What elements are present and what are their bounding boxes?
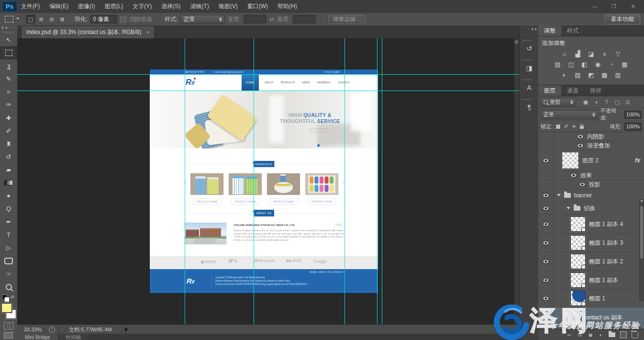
visibility-eye-icon[interactable] xyxy=(570,173,577,178)
color-balance-icon[interactable]: ◫ xyxy=(566,60,576,68)
filter-adjustment-layers-icon[interactable]: ◑ xyxy=(592,99,600,105)
menu-select[interactable]: 选择(S) xyxy=(161,2,180,11)
eyedropper-tool[interactable]: ✑ xyxy=(0,98,17,111)
guide-line[interactable] xyxy=(377,38,378,324)
menu-edit[interactable]: 编辑(E) xyxy=(49,2,68,11)
curves-icon[interactable]: ◪ xyxy=(587,50,596,57)
menu-filter[interactable]: 滤镜(T) xyxy=(190,2,209,11)
brightness-contrast-icon[interactable]: ☼ xyxy=(560,50,569,57)
close-tab-icon[interactable]: × xyxy=(146,29,149,36)
guide-line[interactable] xyxy=(17,91,519,91)
visibility-eye-icon[interactable] xyxy=(579,182,586,187)
filter-shape-layers-icon[interactable]: ▢ xyxy=(613,99,621,105)
tab-adjustments[interactable]: 调整 xyxy=(538,25,561,36)
lock-all-icon[interactable] xyxy=(580,126,584,129)
screen-mode-button[interactable] xyxy=(4,332,13,339)
layer-row[interactable]: 椭圆 1 副本 4 xyxy=(538,215,644,234)
blend-mode-select[interactable]: 正常 xyxy=(541,110,598,119)
width-input[interactable] xyxy=(244,15,266,23)
restore-button[interactable]: ❐ xyxy=(608,3,620,10)
menu-view[interactable]: 视图(V) xyxy=(219,2,238,11)
posterize-icon[interactable]: ▨ xyxy=(573,71,583,79)
expand-triangle-icon[interactable] xyxy=(557,194,561,198)
menu-layer[interactable]: 图层(L) xyxy=(105,2,123,11)
shape-layer-thumbnail[interactable] xyxy=(570,216,586,232)
tab-mini-bridge[interactable]: Mini Bridge xyxy=(17,334,58,340)
brush-tool[interactable]: ✐ xyxy=(0,125,17,137)
vibrance-icon[interactable]: ▽ xyxy=(613,50,623,57)
visibility-eye-icon[interactable] xyxy=(543,158,549,163)
visibility-eye-icon[interactable] xyxy=(577,143,584,148)
visibility-eye-icon[interactable] xyxy=(577,134,584,139)
layer-effects-header[interactable]: 效果 xyxy=(538,171,644,180)
rectangular-marquee-tool[interactable] xyxy=(0,46,17,59)
guide-line[interactable] xyxy=(17,74,519,75)
healing-brush-tool[interactable]: ✚ xyxy=(0,111,17,125)
height-input[interactable] xyxy=(293,15,316,23)
visibility-eye-icon[interactable] xyxy=(543,296,549,301)
layer-thumbnail[interactable] xyxy=(562,152,579,169)
quick-mask-button[interactable] xyxy=(4,322,13,329)
filter-pixel-layers-icon[interactable]: ▣ xyxy=(582,99,589,105)
visibility-eye-icon[interactable] xyxy=(543,259,549,264)
selected-layer-row[interactable]: T ⚠ contact us 副本 xyxy=(538,307,644,328)
menu-window[interactable]: 窗口(W) xyxy=(247,2,268,11)
gradient-map-icon[interactable]: ▩ xyxy=(600,71,610,79)
status-options-icon[interactable] xyxy=(125,327,131,332)
fill-input[interactable]: 100% xyxy=(624,123,642,131)
filter-smart-objects-icon[interactable]: ⊡ xyxy=(624,99,632,105)
pen-tool[interactable]: ✒ xyxy=(0,215,17,228)
character-panel-icon[interactable]: A xyxy=(522,75,536,95)
layer-effect-row[interactable]: 投影 xyxy=(538,180,644,189)
antialias-checkbox[interactable] xyxy=(120,16,126,23)
dodge-tool[interactable]: Ϙ xyxy=(0,202,17,215)
canvas-area[interactable]: ☎ 0512-82707625 ✉ sara.wu@rongweigroup.c… xyxy=(17,38,519,324)
foreground-color-swatch[interactable] xyxy=(1,303,12,313)
levels-icon[interactable]: ▟ xyxy=(573,50,583,57)
new-selection-icon[interactable]: ▢ xyxy=(26,15,35,23)
visibility-eye-icon[interactable] xyxy=(543,193,549,198)
marquee-preset-icon[interactable] xyxy=(5,16,13,23)
threshold-icon[interactable]: ◩ xyxy=(587,71,596,79)
tab-layers[interactable]: 图层 xyxy=(538,85,561,96)
gradient-tool[interactable] xyxy=(0,176,17,189)
move-tool[interactable]: ↖ xyxy=(0,34,17,46)
crop-tool[interactable]: ⌗ xyxy=(0,85,17,98)
layer-effect-row[interactable]: 内阴影 xyxy=(538,132,644,141)
quick-selection-tool[interactable]: ✎ xyxy=(0,72,17,85)
opacity-input[interactable]: 100% xyxy=(624,111,642,119)
hand-tool[interactable]: ☞ xyxy=(0,267,17,281)
menu-image[interactable]: 图像(I) xyxy=(78,2,95,11)
layer-row[interactable]: 椭圆 1 副本 3 xyxy=(538,234,644,252)
guide-line[interactable] xyxy=(382,38,382,324)
menu-file[interactable]: 文件(F) xyxy=(21,2,40,11)
layer-group-icon[interactable] xyxy=(609,332,615,337)
layer-style-icon[interactable]: fx xyxy=(577,332,583,338)
selective-color-icon[interactable]: ▥ xyxy=(613,71,623,79)
swap-dimensions-icon[interactable]: ⇄ xyxy=(269,16,274,23)
minimize-button[interactable]: — xyxy=(588,3,601,10)
chevron-down-icon[interactable] xyxy=(16,18,19,21)
link-layers-icon[interactable]: ∞ xyxy=(566,332,572,338)
tab-paths[interactable]: 路径 xyxy=(584,85,607,96)
layer-row[interactable]: 图层 2 fx xyxy=(538,150,644,171)
lasso-tool[interactable]: ʓ xyxy=(0,59,17,72)
layer-group-row[interactable]: 切换 xyxy=(538,202,644,215)
intersect-selection-icon[interactable]: ⊠ xyxy=(57,15,67,23)
paragraph-panel-icon[interactable]: ¶ xyxy=(522,95,536,114)
black-white-icon[interactable]: ◧ xyxy=(580,60,589,68)
hue-saturation-icon[interactable]: ▤ xyxy=(553,60,563,68)
path-selection-tool[interactable]: ▷ xyxy=(0,241,17,254)
tab-timeline[interactable]: 时间轴 xyxy=(58,334,89,340)
collapse-panels-icon[interactable] xyxy=(530,28,536,31)
clone-stamp-tool[interactable]: ♜ xyxy=(0,137,17,150)
exposure-icon[interactable]: ± xyxy=(600,50,610,57)
new-layer-icon[interactable] xyxy=(620,331,627,338)
zoom-tool[interactable] xyxy=(0,281,17,294)
workspace-switcher-button[interactable]: 基本功能 xyxy=(605,14,640,24)
shape-layer-thumbnail[interactable] xyxy=(570,291,586,306)
type-tool[interactable]: T xyxy=(0,228,17,241)
eraser-tool[interactable]: ▰ xyxy=(0,163,17,176)
properties-panel-icon[interactable]: ◨ xyxy=(522,56,536,75)
channel-mixer-icon[interactable]: ◔ xyxy=(607,60,616,68)
